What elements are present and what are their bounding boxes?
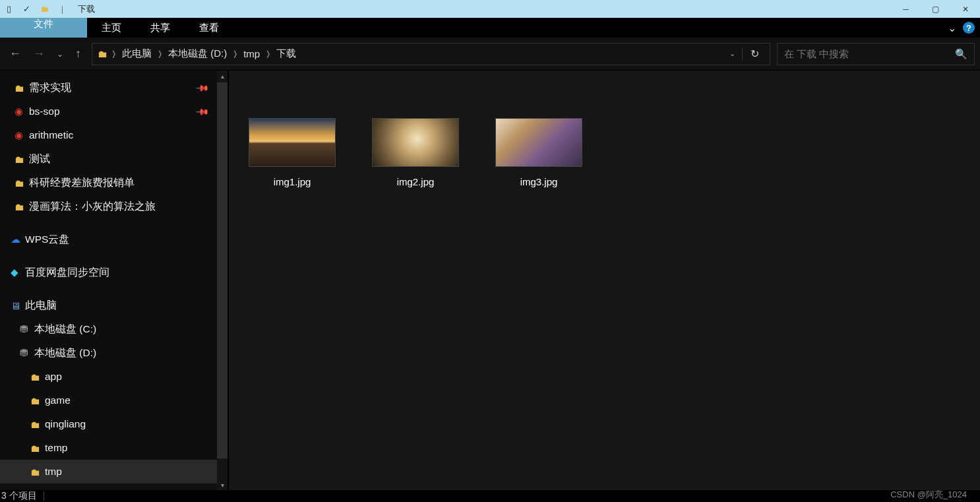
tab-home[interactable]: 主页 <box>87 18 136 38</box>
chevron-right-icon[interactable]: ❭ <box>109 49 118 58</box>
file-name: img2.jpg <box>397 176 435 187</box>
scroll-thumb[interactable] <box>217 82 228 458</box>
status-bar: 3 个项目 <box>0 490 980 502</box>
tree-item-folder[interactable]: 🖿tmp <box>0 460 228 484</box>
tree-label: 需求实现 <box>29 81 71 95</box>
disk-icon: ⛃ <box>20 323 34 335</box>
tree-item[interactable]: 🖿漫画算法：小灰的算法之旅 <box>0 195 228 218</box>
chevron-right-icon[interactable]: ❭ <box>264 49 272 58</box>
nav-up-icon[interactable]: ↑ <box>75 47 81 61</box>
search-box[interactable]: 🔍 <box>777 43 975 65</box>
pin-icon: 📌 <box>195 104 210 119</box>
file-name: img1.jpg <box>274 176 311 187</box>
tree-item[interactable]: 🖿需求实现📌 <box>0 76 228 100</box>
breadcrumb-item[interactable]: 本地磁盘 (D:) <box>164 47 231 60</box>
folder-icon: 🖿 <box>30 419 45 430</box>
tree-label: arithmetic <box>29 129 73 141</box>
tree-item-folder[interactable]: 🖿game <box>0 389 228 412</box>
folder-icon: 🖿 <box>30 466 45 478</box>
tree-item-wps[interactable]: ☁WPS云盘 <box>0 228 228 251</box>
tree-label: 本地磁盘 (C:) <box>34 323 96 336</box>
titlebar-divider: | <box>53 0 71 18</box>
tree-label: qingliang <box>45 418 86 430</box>
tab-view[interactable]: 查看 <box>185 18 233 38</box>
breadcrumb-item[interactable]: tmp <box>239 48 264 59</box>
status-divider <box>44 491 44 501</box>
tree-label: WPS云盘 <box>25 233 69 247</box>
address-folder-icon: 🖿 <box>95 48 109 59</box>
toolbar: ← → ⌄ ↑ 🖿 ❭ 此电脑 ❭ 本地磁盘 (D:) ❭ tmp ❭ 下载 ⌄… <box>0 38 980 71</box>
ribbon-collapse-icon[interactable]: ⌄ <box>948 22 956 34</box>
titlebar-folder-icon[interactable]: 🖿 <box>36 0 53 18</box>
tree-label: 百度网盘同步空间 <box>25 266 109 280</box>
tree-item[interactable]: 🖿测试 <box>0 147 228 171</box>
tree-item[interactable]: ◉bs-sop📌 <box>0 100 228 123</box>
maximize-button[interactable]: ▢ <box>921 0 950 18</box>
chevron-right-icon[interactable]: ❭ <box>156 49 164 58</box>
tab-file[interactable]: 文件 <box>0 18 87 38</box>
watermark: CSDN @阿亮_1024 <box>890 489 967 501</box>
close-button[interactable]: ✕ <box>950 0 980 18</box>
titlebar-icon-1[interactable]: ▯ <box>0 0 18 18</box>
nav-history-icon[interactable]: ⌄ <box>57 49 63 59</box>
app-icon: ◉ <box>15 129 29 141</box>
refresh-icon[interactable]: ↻ <box>742 47 767 60</box>
file-thumbnail <box>372 118 459 167</box>
tree-scrollbar[interactable]: ▴ ▾ <box>217 71 228 490</box>
breadcrumb-item[interactable]: 下载 <box>272 47 300 60</box>
folder-icon: 🖿 <box>15 201 29 212</box>
scroll-up-icon[interactable]: ▴ <box>217 71 228 81</box>
file-item[interactable]: img3.jpg <box>495 118 582 187</box>
folder-icon: 🖿 <box>15 154 29 165</box>
cloud-icon: ☁ <box>11 234 25 245</box>
tree-item-drive[interactable]: ⛃本地磁盘 (D:) <box>0 341 228 365</box>
address-bar[interactable]: 🖿 ❭ 此电脑 ❭ 本地磁盘 (D:) ❭ tmp ❭ 下载 ⌄ ↻ <box>92 43 770 65</box>
tree-item-folder[interactable]: 🖿qingliang <box>0 412 228 436</box>
search-input[interactable] <box>784 48 955 59</box>
tree-item-drive[interactable]: ⛃本地磁盘 (C:) <box>0 317 228 341</box>
tree-item-pc[interactable]: 🖥此电脑 <box>0 294 228 317</box>
pin-icon: 📌 <box>195 80 210 95</box>
tree-label: 漫画算法：小灰的算法之旅 <box>29 200 156 214</box>
file-name: img3.jpg <box>520 176 558 187</box>
content-area[interactable]: img1.jpg img2.jpg img3.jpg <box>228 71 980 490</box>
scroll-down-icon[interactable]: ▾ <box>217 480 228 490</box>
chevron-right-icon[interactable]: ❭ <box>231 49 239 58</box>
tree-label: 此电脑 <box>25 299 57 313</box>
folder-icon: 🖿 <box>15 82 29 94</box>
status-count: 3 个项目 <box>1 490 37 502</box>
sync-icon: ◆ <box>11 267 25 278</box>
tree-label: bs-sop <box>29 106 60 117</box>
tree-item-baidu[interactable]: ◆百度网盘同步空间 <box>0 261 228 284</box>
file-item[interactable]: img2.jpg <box>372 118 459 187</box>
window-title: 下载 <box>71 0 95 18</box>
ribbon: 文件 主页 共享 查看 ⌄ ? <box>0 18 980 38</box>
titlebar-icon-2[interactable]: ✓ <box>18 0 36 18</box>
tree-label: temp <box>45 442 67 454</box>
pc-icon: 🖥 <box>11 300 25 311</box>
tree-panel: 🖿需求实现📌 ◉bs-sop📌 ◉arithmetic 🖿测试 🖿科研经费差旅费… <box>0 71 228 490</box>
tree-label: 本地磁盘 (D:) <box>34 346 96 360</box>
tree-item-folder[interactable]: 🖿temp <box>0 436 228 460</box>
file-item[interactable]: img1.jpg <box>249 118 336 187</box>
folder-icon: 🖿 <box>30 443 45 454</box>
folder-icon: 🖿 <box>30 371 45 383</box>
disk-icon: ⛃ <box>20 347 34 359</box>
app-icon: ◉ <box>15 106 29 117</box>
minimize-button[interactable]: ─ <box>891 0 921 18</box>
tree-label: 测试 <box>29 152 50 166</box>
nav-back-icon[interactable]: ← <box>9 47 21 61</box>
file-thumbnail <box>495 118 582 167</box>
breadcrumb-item[interactable]: 此电脑 <box>118 47 156 60</box>
tree-item[interactable]: ◉arithmetic <box>0 123 228 147</box>
tree-label: 科研经费差旅费报销单 <box>29 176 135 190</box>
tab-share[interactable]: 共享 <box>136 18 185 38</box>
nav-forward-icon[interactable]: → <box>33 47 45 61</box>
help-icon[interactable]: ? <box>963 22 975 34</box>
tree-item[interactable]: 🖿科研经费差旅费报销单 <box>0 171 228 195</box>
file-thumbnail <box>249 118 336 167</box>
tree-label: game <box>45 394 71 406</box>
search-icon[interactable]: 🔍 <box>955 48 967 60</box>
address-expand-icon[interactable]: ⌄ <box>723 49 742 58</box>
tree-item-folder[interactable]: 🖿app <box>0 365 228 389</box>
